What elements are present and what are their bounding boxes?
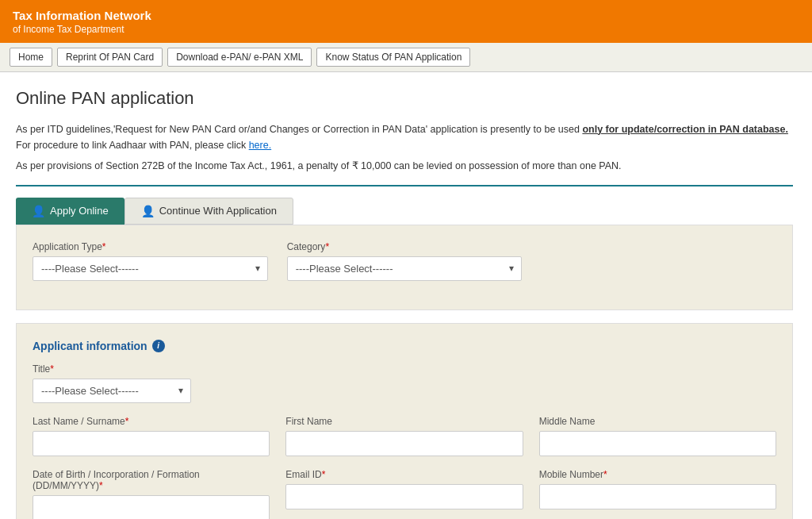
navbar: Home Reprint Of PAN Card Download e-PAN/… xyxy=(0,43,812,72)
home-button[interactable]: Home xyxy=(10,48,52,67)
email-group: Email ID* xyxy=(285,469,523,520)
first-name-group: First Name xyxy=(285,416,523,456)
dob-label: Date of Birth / Incorporation / Formatio… xyxy=(33,469,270,491)
category-select[interactable]: ----Please Select------ xyxy=(287,256,523,281)
reprint-pan-button[interactable]: Reprint Of PAN Card xyxy=(57,48,163,67)
applicant-section-title: Applicant information i xyxy=(33,340,776,352)
email-label: Email ID* xyxy=(285,469,523,480)
continue-icon: 👤 xyxy=(141,205,155,217)
category-group: Category* ----Please Select------ xyxy=(287,241,523,281)
email-input[interactable] xyxy=(285,484,523,509)
category-select-wrapper: ----Please Select------ xyxy=(287,256,523,281)
application-type-section: Application Type* ----Please Select-----… xyxy=(16,225,793,310)
title-select[interactable]: ----Please Select------ xyxy=(33,379,191,403)
title-group: Title* ----Please Select------ xyxy=(33,363,191,403)
here-link[interactable]: here. xyxy=(249,140,272,151)
continue-application-tab[interactable]: 👤 Continue With Application xyxy=(124,198,293,225)
title-label: Title* xyxy=(33,363,191,375)
bottom-row: Date of Birth / Incorporation / Formatio… xyxy=(33,469,776,520)
first-name-input[interactable] xyxy=(285,431,523,456)
title-select-wrapper: ----Please Select------ xyxy=(33,379,191,403)
application-type-label: Application Type* xyxy=(33,241,268,252)
download-epan-button[interactable]: Download e-PAN/ e-PAN XML xyxy=(167,48,312,67)
application-type-group: Application Type* ----Please Select-----… xyxy=(33,241,268,281)
application-type-row: Application Type* ----Please Select-----… xyxy=(33,241,776,281)
mobile-input[interactable] xyxy=(539,484,776,509)
mobile-label: Mobile Number* xyxy=(539,469,776,480)
last-name-input[interactable] xyxy=(33,431,270,456)
header-title: Tax Information Network xyxy=(13,8,151,24)
info-icon: i xyxy=(152,340,165,352)
apply-icon: 👤 xyxy=(32,205,45,217)
tabs-container: 👤 Apply Online 👤 Continue With Applicati… xyxy=(16,198,793,225)
applicant-info-section: Applicant information i Title* ----Pleas… xyxy=(16,323,793,520)
know-status-button[interactable]: Know Status Of PAN Application xyxy=(316,48,470,67)
main-content: Online PAN application As per ITD guidel… xyxy=(0,72,809,520)
header: Tax Information Network of Income Tax De… xyxy=(0,0,812,43)
middle-name-input[interactable] xyxy=(539,431,776,456)
info-text-2: As per provisions of Section 272B of the… xyxy=(16,158,793,174)
last-name-group: Last Name / Surname* xyxy=(33,416,270,456)
application-type-select-wrapper: ----Please Select------ xyxy=(33,256,268,281)
application-type-select[interactable]: ----Please Select------ xyxy=(33,256,268,281)
apply-online-tab[interactable]: 👤 Apply Online xyxy=(16,198,124,225)
name-row: Last Name / Surname* First Name Middle N… xyxy=(33,416,776,456)
section-divider xyxy=(16,185,793,186)
first-name-label: First Name xyxy=(285,416,523,427)
page-title: Online PAN application xyxy=(16,88,793,109)
category-label: Category* xyxy=(287,241,523,252)
dob-group: Date of Birth / Incorporation / Formatio… xyxy=(33,469,270,520)
header-subtitle: of Income Tax Department xyxy=(13,24,151,35)
header-text: Tax Information Network of Income Tax De… xyxy=(13,8,151,35)
mobile-group: Mobile Number* xyxy=(539,469,776,520)
dob-input[interactable] xyxy=(33,495,270,520)
last-name-label: Last Name / Surname* xyxy=(33,416,270,427)
middle-name-group: Middle Name xyxy=(539,416,776,456)
middle-name-label: Middle Name xyxy=(539,416,776,427)
info-text-1: As per ITD guidelines,'Request for New P… xyxy=(16,121,793,153)
